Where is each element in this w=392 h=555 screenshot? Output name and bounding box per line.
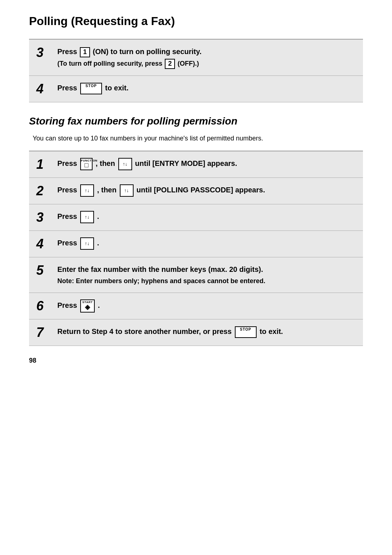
section2: Storing fax numbers for polling permissi… xyxy=(29,115,363,346)
step-s2-3-row: 3 Press ↑↓ . xyxy=(29,204,363,230)
key-1: 1 xyxy=(80,47,90,57)
step-s2-2-row: 2 Press ↑↓ , then ↑↓ until [POLLING PASS… xyxy=(29,177,363,204)
step-s2-7-content: Return to Step 4 to store another number… xyxy=(57,326,283,338)
nav-key-up-5: ↑↓ xyxy=(80,237,94,250)
step-s2-2-number: 2 xyxy=(36,184,54,197)
step-3-sub: (To turn off polling security, press 2 (… xyxy=(57,59,201,69)
section2-description: You can store up to 10 fax numbers in yo… xyxy=(29,134,363,143)
step-3-row: 3 Press 1 (ON) to turn on polling securi… xyxy=(29,39,363,76)
step-s2-5-content: Enter the fax number with the number key… xyxy=(57,264,265,286)
start-key-1: START ◈ xyxy=(80,299,95,313)
page-title: Polling (Requesting a Fax) xyxy=(29,15,363,28)
stop-key-2: STOP xyxy=(235,326,257,338)
step-3-main: Press 1 (ON) to turn on polling security… xyxy=(57,48,201,56)
step-3-content: Press 1 (ON) to turn on polling security… xyxy=(57,46,201,69)
nav-key-up-2: ↑↓ xyxy=(80,184,94,197)
step-s2-7-row: 7 Return to Step 4 to store another numb… xyxy=(29,319,363,346)
step-s2-1-row: 1 Press FUNCTION □ , then ↑↓ until [ENTR… xyxy=(29,151,363,177)
step-s2-2-content: Press ↑↓ , then ↑↓ until [POLLING PASSCO… xyxy=(57,184,265,197)
step-s2-3-number: 3 xyxy=(36,211,54,224)
step-s2-5-row: 5 Enter the fax number with the number k… xyxy=(29,257,363,293)
nav-key-up-3: ↑↓ xyxy=(120,184,134,197)
section2-subtitle: Storing fax numbers for polling permissi… xyxy=(29,115,363,127)
step-s2-7-number: 7 xyxy=(36,326,54,339)
step-4-row: 4 Press STOP to exit. xyxy=(29,76,363,102)
step-s2-5-main: Enter the fax number with the number key… xyxy=(57,265,263,273)
step-s2-4-content: Press ↑↓ . xyxy=(57,237,99,250)
function-key-1: FUNCTION □ xyxy=(80,158,93,170)
step-s2-5-sub: Note: Enter numbers only; hyphens and sp… xyxy=(57,276,265,286)
step-s2-6-content: Press START ◈ . xyxy=(57,299,100,313)
step-4-number: 4 xyxy=(36,82,54,95)
nav-key-up-1: ↑↓ xyxy=(118,158,132,170)
step-s2-4-row: 4 Press ↑↓ . xyxy=(29,230,363,257)
section1: 3 Press 1 (ON) to turn on polling securi… xyxy=(29,39,363,102)
step-3-number: 3 xyxy=(36,46,54,59)
step-s2-6-number: 6 xyxy=(36,299,54,313)
step-4-content: Press STOP to exit. xyxy=(57,82,128,94)
step-s2-6-row: 6 Press START ◈ . xyxy=(29,293,363,319)
step-s2-1-content: Press FUNCTION □ , then ↑↓ until [ENTRY … xyxy=(57,158,237,170)
step-s2-3-content: Press ↑↓ . xyxy=(57,211,99,223)
step-s2-4-number: 4 xyxy=(36,237,54,250)
nav-key-up-4: ↑↓ xyxy=(80,211,94,223)
page-number: 98 xyxy=(29,357,363,364)
key-2: 2 xyxy=(165,59,175,69)
stop-key-1: STOP xyxy=(80,83,102,94)
step-s2-5-number: 5 xyxy=(36,264,54,277)
step-s2-1-number: 1 xyxy=(36,158,54,171)
